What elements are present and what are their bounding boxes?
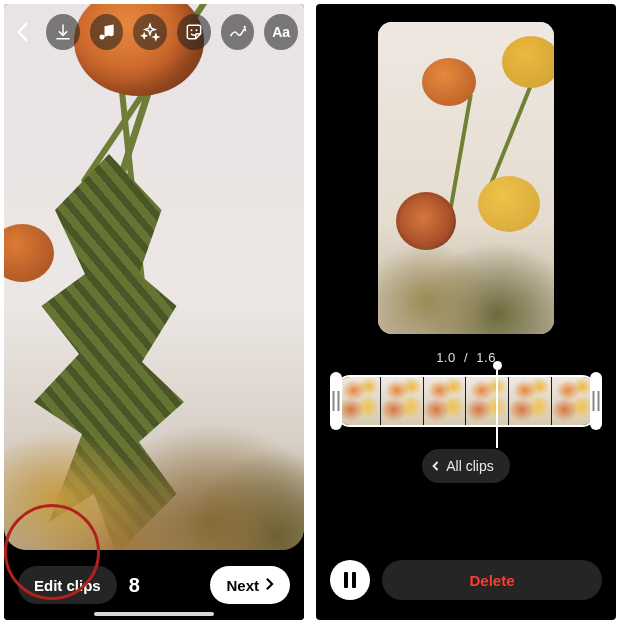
svg-point-1: [195, 29, 197, 31]
thumbnail-strip: [336, 375, 596, 427]
home-indicator: [94, 612, 214, 616]
sticker-icon[interactable]: [177, 14, 211, 50]
flower-scene-small: [378, 22, 554, 334]
text-aa-icon[interactable]: Aa: [264, 14, 298, 50]
delete-label: Delete: [469, 572, 514, 589]
time-readout: 1.0 / 1.6: [436, 350, 496, 365]
delete-clip-button[interactable]: Delete: [382, 560, 602, 600]
clip-thumbnail[interactable]: [552, 377, 594, 425]
clip-editor-screen: 1.0 / 1.6 All clips: [316, 4, 616, 620]
all-clips-label: All clips: [446, 458, 493, 474]
chevron-left-icon: [432, 460, 440, 472]
time-current: 1.0: [436, 350, 456, 365]
edit-clips-label: Edit clips: [34, 577, 101, 594]
clip-preview[interactable]: [378, 22, 554, 334]
next-label: Next: [226, 577, 259, 594]
trim-handle-left[interactable]: [330, 372, 342, 430]
draw-icon[interactable]: [221, 14, 255, 50]
clip-thumbnail[interactable]: [466, 377, 509, 425]
clip-thumbnail[interactable]: [509, 377, 552, 425]
editor-toolbar: Aa: [10, 10, 298, 54]
editor-canvas: Aa Edit clips 8 Next: [4, 4, 304, 620]
editor-bottom-bar: Edit clips 8 Next: [4, 550, 304, 620]
sparkle-effects-icon[interactable]: [133, 14, 167, 50]
music-icon[interactable]: [90, 14, 124, 50]
flower-scene: [4, 4, 304, 550]
all-clips-button[interactable]: All clips: [422, 449, 509, 483]
chevron-right-icon: [265, 577, 274, 594]
edit-clips-button[interactable]: Edit clips: [18, 566, 117, 604]
next-button[interactable]: Next: [210, 566, 290, 604]
svg-point-0: [190, 29, 192, 31]
clip-controls: Delete: [316, 556, 616, 604]
time-separator: /: [464, 350, 468, 365]
play-pause-button[interactable]: [330, 560, 370, 600]
clip-thumbnail[interactable]: [381, 377, 424, 425]
trim-handle-right[interactable]: [590, 372, 602, 430]
download-icon[interactable]: [46, 14, 80, 50]
clip-thumbnail[interactable]: [338, 377, 381, 425]
reel-editor-screen: Aa Edit clips 8 Next: [4, 4, 304, 620]
trim-strip[interactable]: [336, 375, 596, 427]
back-button[interactable]: [10, 16, 36, 48]
clip-thumbnail[interactable]: [424, 377, 467, 425]
media-preview[interactable]: [4, 4, 304, 550]
pause-icon: [344, 572, 356, 588]
clip-count: 8: [129, 574, 140, 597]
svg-point-2: [243, 26, 245, 28]
